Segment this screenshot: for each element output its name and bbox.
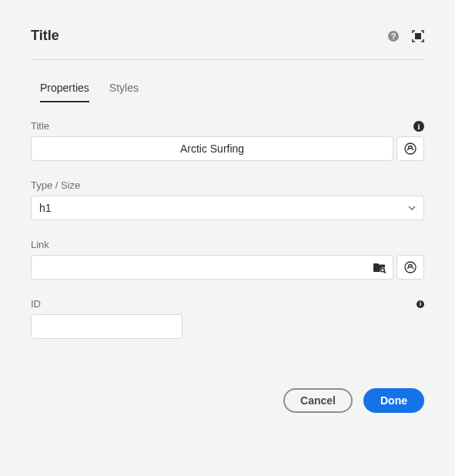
title-dialog: Title ? Properties Styles Title i <box>0 0 455 436</box>
field-title: Title i <box>31 120 424 161</box>
dialog-header: Title ? <box>31 28 424 60</box>
svg-rect-2 <box>415 33 421 39</box>
done-button[interactable]: Done <box>363 388 424 413</box>
field-type-size: Type / Size h1 <box>31 179 424 220</box>
campaign-button-link[interactable] <box>396 255 424 280</box>
type-size-select[interactable]: h1 <box>31 196 424 220</box>
header-actions: ? <box>387 30 424 42</box>
svg-text:?: ? <box>391 32 396 41</box>
tab-styles[interactable]: Styles <box>109 77 139 102</box>
tab-properties[interactable]: Properties <box>40 77 89 102</box>
title-input[interactable] <box>31 136 393 161</box>
title-label: Title <box>31 120 49 132</box>
link-label: Link <box>31 239 49 250</box>
field-link: Link <box>31 239 424 280</box>
browse-icon[interactable] <box>365 256 393 279</box>
type-size-value: h1 <box>39 202 408 214</box>
dialog-title: Title <box>31 28 387 44</box>
cancel-button[interactable]: Cancel <box>283 388 353 413</box>
fullscreen-icon[interactable] <box>412 30 424 42</box>
link-input[interactable] <box>32 261 365 273</box>
tab-bar: Properties Styles <box>31 77 424 102</box>
type-size-label: Type / Size <box>31 179 80 191</box>
campaign-button[interactable] <box>396 136 424 161</box>
dialog-footer: Cancel Done <box>31 388 424 413</box>
id-input[interactable] <box>31 314 182 339</box>
help-icon[interactable]: ? <box>387 30 400 42</box>
info-icon[interactable]: i <box>413 121 424 132</box>
chevron-down-icon <box>408 202 416 214</box>
field-id: ID i <box>31 298 424 339</box>
info-icon[interactable]: i <box>417 300 424 308</box>
id-label: ID <box>31 298 41 310</box>
